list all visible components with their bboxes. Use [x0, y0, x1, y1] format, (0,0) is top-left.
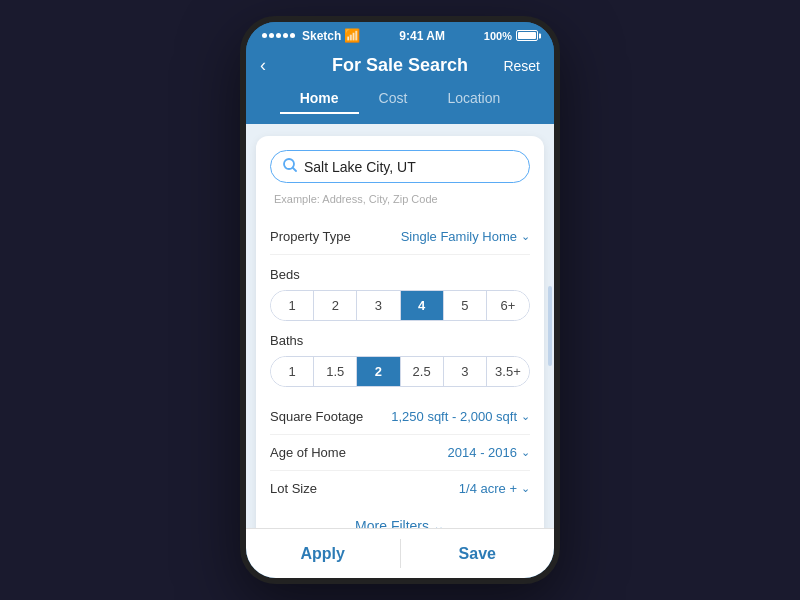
beds-option-4[interactable]: 4	[401, 291, 444, 320]
svg-line-1	[293, 168, 296, 171]
search-value: Salt Lake City, UT	[304, 159, 517, 175]
beds-option-6plus[interactable]: 6+	[487, 291, 529, 320]
tab-location[interactable]: Location	[427, 86, 520, 114]
property-type-value: Single Family Home ⌄	[401, 229, 530, 244]
status-left: Sketch 📶	[262, 28, 360, 43]
beds-button-group: 1 2 3 4 5 6+	[270, 290, 530, 321]
beds-label: Beds	[270, 267, 530, 282]
age-of-home-label: Age of Home	[270, 445, 346, 460]
beds-option-1[interactable]: 1	[271, 291, 314, 320]
apply-button[interactable]: Apply	[246, 529, 400, 578]
baths-option-2-5[interactable]: 2.5	[401, 357, 444, 386]
filter-card: Salt Lake City, UT Example: Address, Cit…	[256, 136, 544, 528]
square-footage-value: 1,250 sqft - 2,000 sqft ⌄	[391, 409, 530, 424]
baths-option-3[interactable]: 3	[444, 357, 487, 386]
lot-size-chevron: ⌄	[521, 482, 530, 495]
signal-dots	[262, 33, 295, 38]
wifi-icon: 📶	[344, 28, 360, 43]
battery-label: 100%	[484, 30, 512, 42]
baths-option-1[interactable]: 1	[271, 357, 314, 386]
tab-home[interactable]: Home	[280, 86, 359, 114]
more-filters-chevron: ⌄	[433, 518, 445, 528]
tab-bar: Home Cost Location	[246, 86, 554, 124]
property-type-row[interactable]: Property Type Single Family Home ⌄	[270, 219, 530, 255]
main-content: Salt Lake City, UT Example: Address, Cit…	[246, 124, 554, 528]
square-footage-label: Square Footage	[270, 409, 363, 424]
beds-option-2[interactable]: 2	[314, 291, 357, 320]
square-footage-row[interactable]: Square Footage 1,250 sqft - 2,000 sqft ⌄	[270, 399, 530, 435]
nav-bar: ‹ For Sale Search Reset	[246, 47, 554, 86]
more-filters-button[interactable]: More Filters ⌄	[270, 506, 530, 528]
reset-button[interactable]: Reset	[503, 58, 540, 74]
battery-icon	[516, 30, 538, 41]
tab-cost[interactable]: Cost	[359, 86, 428, 114]
search-hint: Example: Address, City, Zip Code	[270, 193, 530, 205]
baths-button-group: 1 1.5 2 2.5 3 3.5+	[270, 356, 530, 387]
age-of-home-row[interactable]: Age of Home 2014 - 2016 ⌄	[270, 435, 530, 471]
status-right: 100%	[484, 30, 538, 42]
save-button[interactable]: Save	[401, 529, 555, 578]
page-title: For Sale Search	[332, 55, 468, 76]
beds-section: Beds 1 2 3 4 5 6+	[270, 267, 530, 321]
baths-label: Baths	[270, 333, 530, 348]
phone-frame: Sketch 📶 9:41 AM 100% ‹ For Sale Search …	[240, 16, 560, 584]
bottom-bar: Apply Save	[246, 528, 554, 578]
search-input-wrap[interactable]: Salt Lake City, UT	[270, 150, 530, 183]
back-button[interactable]: ‹	[260, 55, 266, 76]
beds-option-5[interactable]: 5	[444, 291, 487, 320]
lot-size-row[interactable]: Lot Size 1/4 acre + ⌄	[270, 471, 530, 506]
baths-section: Baths 1 1.5 2 2.5 3 3.5+	[270, 333, 530, 387]
square-footage-chevron: ⌄	[521, 410, 530, 423]
baths-option-1-5[interactable]: 1.5	[314, 357, 357, 386]
baths-option-3-5plus[interactable]: 3.5+	[487, 357, 529, 386]
status-bar: Sketch 📶 9:41 AM 100%	[246, 22, 554, 47]
search-icon	[283, 158, 297, 175]
status-time: 9:41 AM	[399, 29, 445, 43]
lot-size-label: Lot Size	[270, 481, 317, 496]
scroll-indicator	[548, 286, 552, 366]
beds-option-3[interactable]: 3	[357, 291, 400, 320]
age-of-home-value: 2014 - 2016 ⌄	[448, 445, 530, 460]
property-type-chevron: ⌄	[521, 230, 530, 243]
age-of-home-chevron: ⌄	[521, 446, 530, 459]
lot-size-value: 1/4 acre + ⌄	[459, 481, 530, 496]
battery-fill	[518, 32, 536, 39]
carrier-label: Sketch	[302, 29, 341, 43]
baths-option-2[interactable]: 2	[357, 357, 400, 386]
property-type-label: Property Type	[270, 229, 351, 244]
